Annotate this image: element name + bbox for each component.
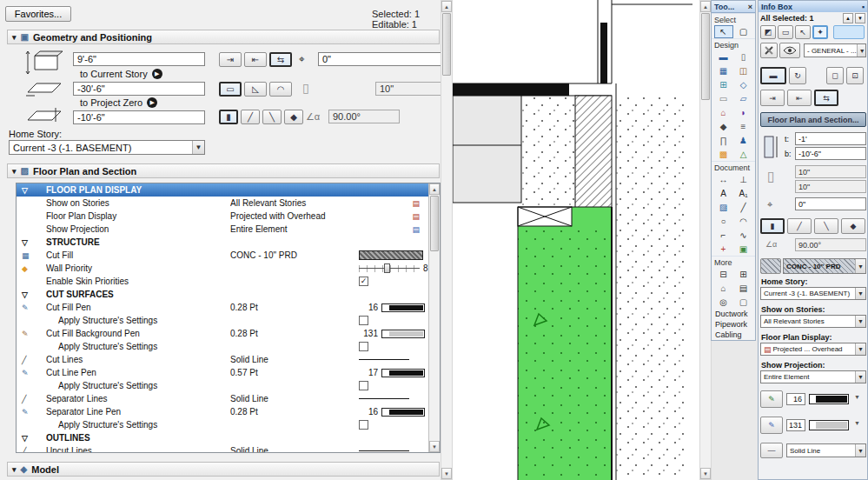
table-row-cut-fill[interactable]: ▦Cut FillCONC - 10" PRD [17, 249, 428, 262]
table-group-outlines[interactable]: ▽OUTLINES [17, 431, 428, 444]
scroll-up-icon[interactable]: ▲ [700, 1, 711, 12]
section-tool-icon[interactable]: ⊟ [714, 268, 733, 281]
line-type-dropdown[interactable]: Solid Line ▼ [786, 443, 866, 457]
table-scrollbar[interactable]: ▲ ▼ [428, 183, 440, 452]
plan-scrollbar[interactable]: ▲ ▼ [699, 0, 712, 480]
collapse-icon[interactable]: ▾ [12, 167, 17, 176]
slider-handle[interactable] [384, 263, 390, 273]
floor-plan-section-header[interactable]: ▾ ▨ Floor Plan and Section [7, 163, 440, 178]
wall-straight-button[interactable]: ▭ [219, 82, 242, 97]
line-preview[interactable] [359, 359, 409, 360]
background-pen-number[interactable]: 131 [786, 419, 805, 431]
dimension-tool-icon[interactable]: ↔ [714, 173, 733, 186]
close-icon[interactable]: × [748, 3, 752, 11]
info-box-titlebar[interactable]: Info Box ▪ [759, 1, 867, 12]
table-row-separator-line-pen[interactable]: ✎Separator Line Pen0.28 Pt16 [17, 405, 428, 418]
plan-scrollbar-thumb[interactable] [701, 13, 710, 100]
chained-wall-button[interactable]: ◻ [826, 67, 844, 84]
wall-slanted-button[interactable]: ╱ [241, 110, 260, 124]
ref-line-center-button[interactable]: ⇤ [787, 90, 812, 106]
label-tool-icon[interactable]: A₁ [734, 187, 753, 200]
dropdown-arrow-icon[interactable]: ▼ [855, 343, 865, 355]
table-group-structure[interactable]: ▽STRUCTURE [17, 236, 428, 249]
dialog-scrollbar[interactable]: ▲ ▼ [441, 0, 453, 480]
table-scrollbar-thumb[interactable] [430, 196, 439, 251]
dropdown-arrow-icon[interactable]: ▼ [192, 141, 204, 154]
ref-line-outside-button[interactable]: ⇥ [219, 52, 242, 67]
checkbox[interactable] [359, 420, 368, 430]
offset-field[interactable]: 0" [795, 197, 866, 210]
base-elevation-field[interactable]: -30'-6" [73, 82, 205, 96]
fill-tool-icon[interactable]: ▨ [714, 201, 733, 214]
dropdown-arrow-icon[interactable]: ▼ [854, 394, 860, 400]
table-group-cut-surfaces[interactable]: ▽CUT SURFACES [17, 288, 428, 301]
dropdown-arrow-icon[interactable]: ▼ [855, 371, 865, 383]
offset-to-line-field[interactable]: 0" [318, 52, 447, 66]
collapse-icon[interactable]: ▽ [22, 290, 28, 299]
layer-visibility-button[interactable] [779, 43, 800, 58]
cut-fill-button[interactable] [760, 258, 781, 274]
pen-preview[interactable] [381, 369, 425, 377]
scroll-up-icon[interactable]: ▲ [843, 13, 853, 23]
home-story-dropdown[interactable]: Current -3 (-1. BASEMENT) ▼ [9, 140, 205, 155]
wall-height-field[interactable]: 9'-6" [73, 52, 205, 66]
level-dimension-tool-icon[interactable]: ⊥ [734, 173, 753, 186]
inject-parameters-button[interactable]: ↖ [795, 25, 811, 39]
table-group-floor-plan-display[interactable]: ▽FLOOR PLAN DISPLAY [17, 183, 428, 197]
line-tool-icon[interactable]: ╱ [734, 201, 753, 214]
scroll-up-icon[interactable]: ▲ [429, 183, 440, 195]
angle-field[interactable]: 90.00° [795, 238, 866, 251]
marquee-tool-icon[interactable]: ▢ [734, 25, 753, 38]
table-row-show-on-stories[interactable]: Show on StoriesAll Relevant Stories▤ [17, 197, 428, 210]
wall-back-slanted-button[interactable]: ╲ [262, 110, 282, 124]
favorite-preview-swatch[interactable] [833, 25, 865, 39]
table-row-cut-fill-pen[interactable]: ✎Cut Fill Pen0.28 Pt16 [17, 301, 428, 314]
toolbox-item-ductwork[interactable]: Ductwork [712, 309, 755, 319]
pen-preview[interactable] [381, 303, 425, 312]
collapse-icon[interactable]: ▾ [12, 33, 17, 42]
ref-line-inside-button[interactable]: ⇆ [814, 90, 838, 106]
railing-tool-icon[interactable]: ∏ [714, 134, 733, 147]
angle-field[interactable]: 90.00° [328, 110, 400, 123]
text-tool-icon[interactable]: A [714, 187, 733, 200]
table-row-apply-structure-s-settings[interactable]: Apply Structure's Settings [17, 314, 428, 327]
thickness-field-a[interactable]: 10" [795, 165, 866, 178]
checkbox[interactable]: ✓ [359, 277, 368, 286]
polyline-tool-icon[interactable]: ⌐ [714, 229, 733, 242]
wall-double-slanted-button[interactable]: ◆ [841, 218, 865, 234]
elevation-tool-icon[interactable]: ⊞ [734, 268, 753, 281]
line-preview[interactable] [359, 398, 409, 399]
dropdown-arrow-icon[interactable]: ▼ [855, 259, 865, 273]
scroll-down-icon[interactable]: ▼ [441, 468, 452, 479]
pen-preview[interactable] [381, 330, 425, 338]
thickness-field-b[interactable]: 10" [795, 180, 866, 193]
figure-tool-icon[interactable]: ▣ [734, 243, 753, 256]
checkbox[interactable] [359, 381, 368, 390]
straight-wall-button[interactable]: ▬ [760, 67, 786, 84]
table-row-separator-lines[interactable]: ╱Separator LinesSolid Line [17, 392, 428, 405]
dropdown-arrow-icon[interactable]: ▼ [855, 288, 865, 299]
scroll-up-icon[interactable]: ▲ [441, 1, 452, 12]
cut-fill-dropdown[interactable]: CONC - 10" PRD ▼ [783, 258, 866, 274]
settings-dialog-button[interactable]: ◩ [760, 25, 776, 39]
checkbox[interactable] [359, 316, 368, 325]
element-settings-button[interactable] [760, 43, 778, 58]
cut-pen-number[interactable]: 16 [786, 393, 805, 405]
hotspot-tool-icon[interactable]: + [714, 243, 733, 256]
panel-menu-icon[interactable]: ▪ [862, 3, 865, 11]
toolbox-titlebar[interactable]: Too... × [712, 1, 755, 13]
toolbox-item-cabling[interactable]: Cabling [712, 330, 755, 340]
show-projection-dropdown[interactable]: Entire Element ▼ [760, 370, 866, 383]
table-row-apply-structure-s-settings[interactable]: Apply Structure's Settings [17, 379, 428, 392]
dialog-scrollbar-thumb[interactable] [442, 13, 451, 76]
stair-tool-icon[interactable]: ≡ [734, 120, 753, 133]
collapse-icon[interactable]: ▽ [22, 186, 28, 195]
worksheet-tool-icon[interactable]: ▤ [734, 282, 753, 295]
selected-wall[interactable] [518, 207, 612, 480]
object-tool-icon[interactable]: ♟ [734, 134, 753, 147]
wall-tool-icon[interactable]: ▬ [714, 50, 733, 63]
arrow-tool-icon[interactable]: ↖ [714, 25, 733, 38]
cut-fill-preview[interactable] [359, 250, 423, 260]
spline-tool-icon[interactable]: ∿ [734, 229, 753, 242]
rectangle-wall-button[interactable]: ⊡ [846, 67, 864, 84]
